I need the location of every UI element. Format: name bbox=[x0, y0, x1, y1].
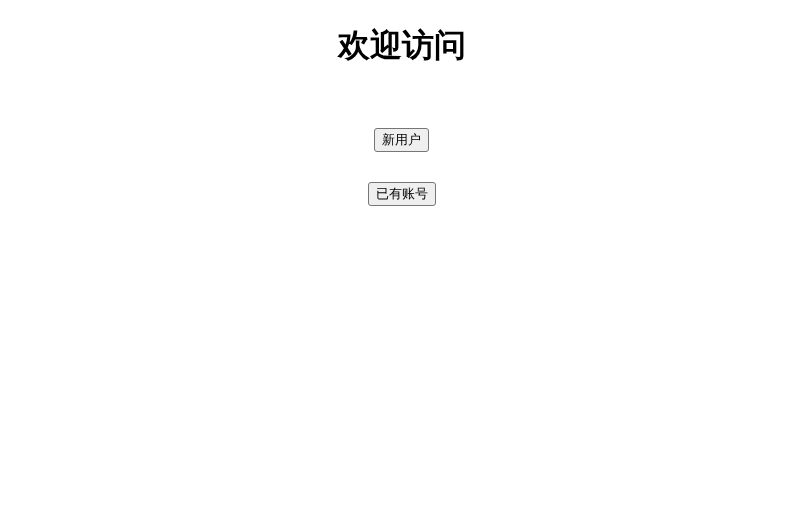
button-group: 新用户 已有账号 bbox=[368, 128, 436, 206]
existing-account-button[interactable]: 已有账号 bbox=[368, 182, 436, 206]
welcome-heading: 欢迎访问 bbox=[338, 24, 466, 68]
new-user-button[interactable]: 新用户 bbox=[374, 128, 429, 152]
